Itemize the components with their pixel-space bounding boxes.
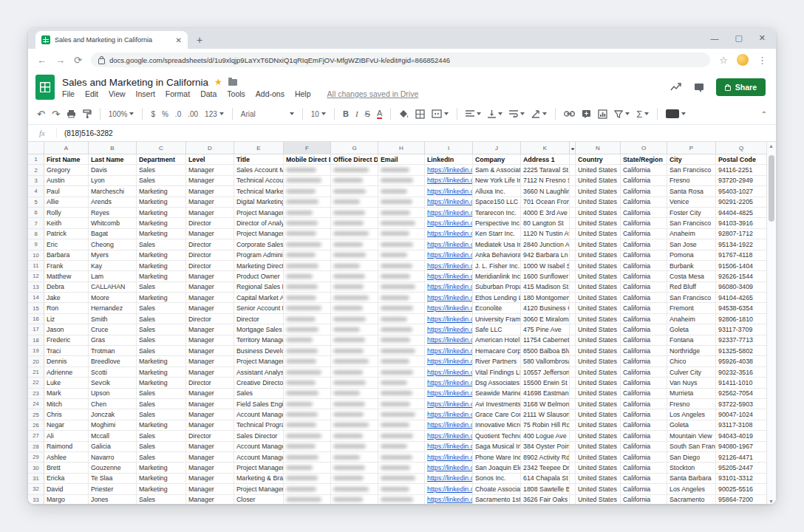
cell-E7[interactable]: Director of Analy	[234, 218, 284, 228]
cell-K18[interactable]: 11754 Cabernet	[521, 335, 570, 345]
cell-Q3[interactable]: 93720-2949	[716, 176, 767, 185]
cell-I29[interactable]: https://linkedin.c	[425, 452, 473, 462]
column-header-F[interactable]: F	[284, 142, 331, 154]
cell-K14[interactable]: 180 Montgomery	[521, 293, 570, 302]
cell-B26[interactable]: Moghimi	[89, 420, 137, 430]
fill-color-button[interactable]	[399, 109, 409, 118]
cell-G33[interactable]	[331, 495, 378, 505]
cell-F6[interactable]	[284, 208, 331, 217]
cell-N11[interactable]: United States	[576, 261, 621, 270]
cell-P24[interactable]: Fresno	[667, 399, 716, 409]
cell-Q16[interactable]: 92806-1810	[716, 314, 767, 324]
cell-B21[interactable]: Scotti	[89, 367, 137, 377]
cell-J20[interactable]: River Partners	[473, 356, 521, 366]
cell-G13[interactable]	[331, 282, 378, 292]
cell-O10[interactable]: California	[621, 250, 667, 260]
cell-D23[interactable]: Manager	[186, 389, 234, 398]
share-button[interactable]: Share	[716, 78, 766, 96]
cell-D22[interactable]: Director	[186, 378, 234, 387]
cell-B13[interactable]: CALLAHAN	[89, 282, 137, 292]
cell-B11[interactable]: Kay	[89, 261, 137, 270]
row-number[interactable]: 13	[28, 282, 44, 292]
cell-H30[interactable]	[378, 463, 425, 472]
row-number[interactable]: 17	[28, 324, 44, 334]
cell-A3[interactable]: Austin	[44, 176, 89, 185]
column-header-J[interactable]: J	[473, 142, 521, 154]
cell-F13[interactable]	[284, 282, 331, 292]
cell-P18[interactable]: Fontana	[667, 335, 716, 345]
cell-H22[interactable]	[378, 378, 425, 387]
horizontal-align-button[interactable]	[466, 110, 481, 117]
cell-D2[interactable]: Manager	[186, 165, 234, 174]
cell-N2[interactable]: United States	[576, 165, 621, 174]
cell-K25[interactable]: 2111 W Slauson	[521, 409, 570, 419]
cell-F8[interactable]	[284, 229, 331, 239]
cell-E29[interactable]: Account Manage	[234, 452, 284, 462]
cell-G15[interactable]	[331, 303, 378, 313]
cell-H15[interactable]	[378, 303, 425, 313]
cell-D28[interactable]: Manager	[186, 442, 234, 451]
insert-link-button[interactable]	[564, 111, 575, 117]
cell-D18[interactable]: Manager	[186, 335, 234, 345]
cell-I23[interactable]: https://linkedin.c	[425, 389, 473, 398]
cell-O25[interactable]: California	[621, 409, 667, 419]
menu-edit[interactable]: Edit	[85, 89, 98, 98]
cell-G7[interactable]	[331, 218, 378, 228]
cell-D6[interactable]: Manager	[186, 208, 234, 217]
cell-J19[interactable]: Hemacare Corpo	[473, 346, 521, 355]
cell-O33[interactable]: California	[621, 495, 667, 505]
cell-P8[interactable]: Anaheim	[667, 229, 716, 239]
cell-F32[interactable]	[284, 484, 331, 494]
cell-K29[interactable]: 8902 Activity Rd	[521, 452, 570, 462]
cell-B30[interactable]: Gouzenne	[89, 463, 137, 472]
cell-D24[interactable]: Manager	[186, 399, 234, 409]
cell-Q7[interactable]: 94103-3916	[716, 218, 767, 228]
cell-J26[interactable]: Innovative Micro	[473, 420, 521, 430]
cell-C3[interactable]: Sales	[137, 176, 186, 185]
cell-P33[interactable]: Sacramento	[667, 495, 716, 505]
row-number[interactable]: 2	[28, 165, 44, 174]
row-number[interactable]: 22	[28, 378, 44, 387]
cell-G14[interactable]	[331, 293, 378, 302]
cell-D26[interactable]: Manager	[186, 420, 234, 430]
cell-E17[interactable]: Mortgage Sales I	[234, 324, 284, 334]
cell-H12[interactable]	[378, 271, 425, 281]
cell-O5[interactable]: California	[621, 197, 667, 207]
cell-N25[interactable]: United States	[576, 409, 621, 419]
row-number[interactable]: 6	[28, 208, 44, 217]
cell-Q5[interactable]: 90291-2205	[716, 197, 767, 207]
cell-O18[interactable]: California	[621, 335, 667, 345]
cell-I24[interactable]: https://linkedin.c	[425, 399, 473, 409]
cell-F4[interactable]	[284, 186, 331, 196]
cell-H7[interactable]	[378, 218, 425, 228]
cell-Q23[interactable]: 92562-7054	[716, 389, 767, 398]
column-header-P[interactable]: P	[667, 142, 716, 154]
cell-N26[interactable]: United States	[576, 420, 621, 430]
cell-O28[interactable]: California	[621, 442, 667, 451]
cell-O20[interactable]: California	[621, 356, 667, 366]
cell-K10[interactable]: 942 Barbara Ln	[521, 250, 570, 260]
cell-E23[interactable]: Sales	[234, 389, 284, 398]
cell-F2[interactable]	[284, 165, 331, 174]
cell-B10[interactable]: Myers	[89, 250, 137, 260]
cell-D11[interactable]: Director	[186, 261, 234, 270]
header-cell[interactable]: Postal Code	[716, 154, 767, 164]
cell-D14[interactable]: Manager	[186, 293, 234, 302]
cell-P20[interactable]: Chico	[667, 356, 716, 366]
row-number[interactable]: 11	[28, 261, 44, 270]
cell-K27[interactable]: 400 Logue Ave	[521, 431, 570, 440]
cell-C2[interactable]: Sales	[137, 165, 186, 174]
cell-I32[interactable]: https://linkedin.c	[425, 484, 473, 494]
cell-J3[interactable]: New York Life Ins	[473, 176, 521, 185]
cell-K2[interactable]: 2225 Taraval St	[521, 165, 570, 174]
cell-N33[interactable]: United States	[576, 495, 621, 505]
cell-C24[interactable]: Sales	[137, 399, 186, 409]
cell-H23[interactable]	[378, 389, 425, 398]
cell-D16[interactable]: Director	[186, 314, 234, 324]
cell-P25[interactable]: Los Angeles	[667, 409, 716, 419]
cell-A22[interactable]: Luke	[44, 378, 89, 387]
cell-F12[interactable]	[284, 271, 331, 281]
cell-P17[interactable]: Goleta	[667, 324, 716, 334]
cell-C31[interactable]: Marketing	[137, 474, 186, 483]
move-to-folder-icon[interactable]	[228, 79, 237, 86]
